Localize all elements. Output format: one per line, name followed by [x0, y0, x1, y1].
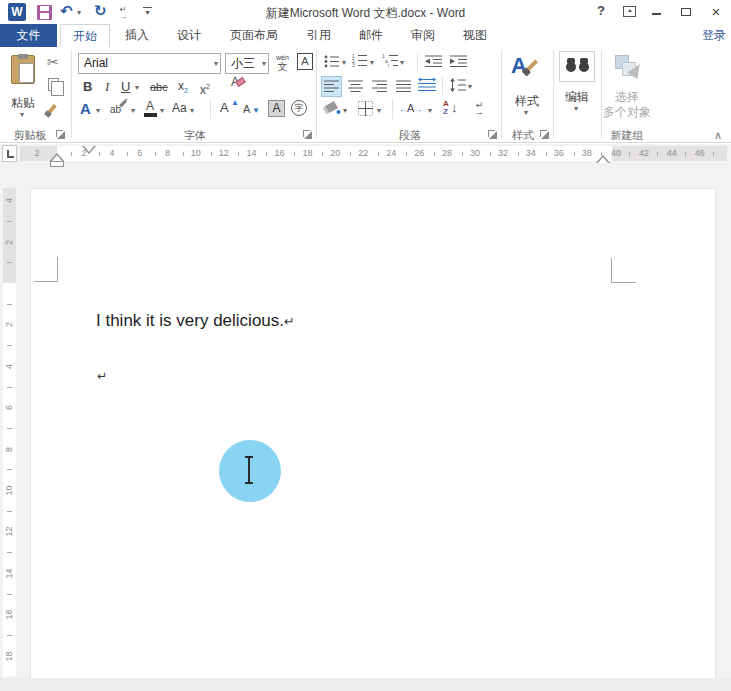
justify-button[interactable] — [396, 79, 411, 97]
ribbon-tab-7[interactable]: 视图 — [450, 24, 500, 47]
text-effects-dropdown-icon[interactable]: ▾ — [96, 107, 100, 115]
ruler-number: 30 — [470, 149, 480, 158]
cut-icon[interactable]: ✂ — [47, 54, 59, 70]
superscript-button[interactable]: x2 — [200, 79, 210, 98]
enclose-characters-icon[interactable]: 字 — [291, 100, 307, 116]
align-left-button[interactable] — [321, 76, 342, 97]
font-family-dropdown-icon[interactable]: ▾ — [214, 60, 218, 68]
align-center-button[interactable] — [348, 79, 363, 97]
italic-button[interactable]: I — [105, 79, 109, 94]
page[interactable]: I think it is very delicious.↵ ↵ — [30, 188, 716, 678]
character-border-icon[interactable]: A — [297, 53, 313, 70]
ribbon-tab-2[interactable]: 设计 — [164, 24, 214, 47]
close-button[interactable]: × — [708, 3, 724, 20]
file-tab[interactable]: 文件 — [0, 24, 57, 47]
font-family-combobox[interactable]: Arial ▾ — [78, 53, 221, 74]
shrink-font-button[interactable]: A — [243, 102, 250, 117]
text-effects-icon[interactable]: A — [80, 101, 91, 116]
underline-button[interactable]: U — [121, 79, 130, 94]
vruler-tick — [7, 469, 12, 470]
font-size-dropdown-icon[interactable]: ▾ — [262, 60, 266, 68]
shading-bucket-icon[interactable] — [322, 100, 341, 121]
vruler-tick — [7, 594, 12, 595]
subscript-button[interactable]: x2 — [178, 79, 188, 98]
ruler-number: 26 — [414, 149, 424, 158]
line-spacing-icon[interactable] — [450, 78, 466, 96]
align-right-button[interactable] — [372, 79, 387, 97]
ribbon-tab-0[interactable]: 开始 — [60, 24, 110, 47]
sort-icon[interactable]: A Z — [443, 100, 449, 116]
copy-icon[interactable] — [48, 78, 59, 91]
styles-dialog-launcher-icon[interactable] — [540, 130, 549, 139]
clipboard-dialog-launcher-icon[interactable] — [56, 130, 65, 139]
decrease-indent-icon[interactable] — [425, 54, 442, 72]
help-icon[interactable]: ? — [594, 3, 608, 18]
empty-paragraph-mark: ↵ — [97, 369, 107, 383]
font-color-dropdown-icon[interactable]: ▾ — [160, 107, 164, 115]
paragraph-dialog-launcher-icon[interactable] — [488, 130, 497, 139]
ruler-number: 12 — [219, 149, 229, 158]
minimize-button[interactable] — [652, 13, 661, 15]
ribbon-tab-5[interactable]: 邮件 — [346, 24, 396, 47]
select-objects-button-line2[interactable]: 多个对象 — [602, 104, 652, 121]
asian-layout-dropdown-icon[interactable]: ▾ — [428, 107, 432, 115]
font-color-icon[interactable]: A — [146, 99, 154, 114]
left-indent-marker[interactable] — [50, 161, 64, 167]
hanging-indent-marker[interactable] — [50, 153, 64, 161]
ribbon-tab-6[interactable]: 审阅 — [398, 24, 448, 47]
increase-indent-icon[interactable] — [450, 54, 467, 72]
sign-in-link[interactable]: 登录 — [702, 24, 726, 47]
phonetic-bottom: 文 — [277, 61, 287, 72]
paste-icon[interactable] — [11, 55, 35, 84]
document-text-line[interactable]: I think it is very delicious.↵ — [96, 311, 295, 331]
multilevel-list-icon[interactable]: 1ai — [382, 53, 399, 71]
vertical-ruler[interactable]: 4224681012141618 — [3, 188, 16, 676]
bullets-dropdown-icon[interactable]: ▾ — [342, 59, 346, 67]
vruler-number: 6 — [3, 401, 16, 414]
ribbon-tab-4[interactable]: 引用 — [294, 24, 344, 47]
show-hide-marks-icon[interactable]: ↵ → — [475, 102, 484, 116]
ruler-tick — [155, 152, 156, 156]
numbering-icon[interactable]: 123 — [352, 53, 368, 71]
phonetic-guide-icon[interactable]: wén 文 — [276, 53, 289, 72]
tab-stop-selector[interactable] — [2, 145, 17, 162]
bullets-icon[interactable] — [324, 54, 340, 72]
bold-button[interactable]: B — [83, 79, 92, 94]
touch-cursor-circle[interactable] — [219, 440, 281, 502]
ribbon: 粘贴 ▾ ✂ 剪贴板 Arial ▾ 小三 ▾ wén 文 A B I U ▾ … — [0, 47, 731, 143]
mini-separator — [442, 77, 443, 95]
ruler-tick — [434, 152, 435, 156]
ribbon-tab-3[interactable]: 页面布局 — [216, 24, 292, 47]
vruler-number: 18 — [3, 650, 16, 663]
borders-icon[interactable] — [358, 101, 373, 120]
character-shading-icon[interactable]: A — [268, 100, 285, 117]
change-case-dropdown-icon[interactable]: ▾ — [190, 107, 194, 115]
paste-dropdown-icon[interactable]: ▾ — [20, 111, 24, 119]
asian-layout-icon[interactable]: ←A→ — [399, 102, 422, 114]
editing-dropdown-icon[interactable]: ▾ — [574, 105, 578, 113]
right-indent-marker[interactable] — [596, 155, 610, 163]
underline-dropdown-icon[interactable]: ▾ — [135, 84, 139, 92]
numbering-dropdown-icon[interactable]: ▾ — [370, 59, 374, 67]
distribute-button[interactable] — [418, 77, 436, 96]
line-spacing-dropdown-icon[interactable]: ▾ — [468, 83, 472, 91]
ribbon-tab-1[interactable]: 插入 — [112, 24, 162, 47]
vruler-tick — [7, 387, 12, 388]
editing-find-icon[interactable] — [559, 51, 595, 82]
strikethrough-button[interactable]: abc — [150, 80, 168, 95]
highlight-dropdown-icon[interactable]: ▾ — [131, 107, 135, 115]
ribbon-display-options-icon[interactable] — [623, 6, 636, 17]
maximize-button[interactable] — [681, 8, 691, 16]
styles-dropdown-icon[interactable]: ▾ — [524, 109, 528, 117]
font-size-combobox[interactable]: 小三 ▾ — [225, 53, 269, 74]
multilevel-dropdown-icon[interactable]: ▾ — [400, 59, 404, 67]
borders-dropdown-icon[interactable]: ▾ — [377, 107, 381, 115]
collapse-ribbon-icon[interactable]: ∧ — [714, 129, 722, 142]
format-painter-icon[interactable] — [47, 104, 56, 114]
horizontal-ruler[interactable]: 2246810121416182022242628303234363840424… — [20, 146, 727, 161]
shading-dropdown-icon[interactable]: ▾ — [343, 107, 347, 115]
font-dialog-launcher-icon[interactable] — [303, 130, 312, 139]
change-case-button[interactable]: Aa — [172, 101, 187, 116]
ruler-tick — [211, 152, 212, 156]
grow-font-button[interactable]: A — [220, 100, 229, 115]
